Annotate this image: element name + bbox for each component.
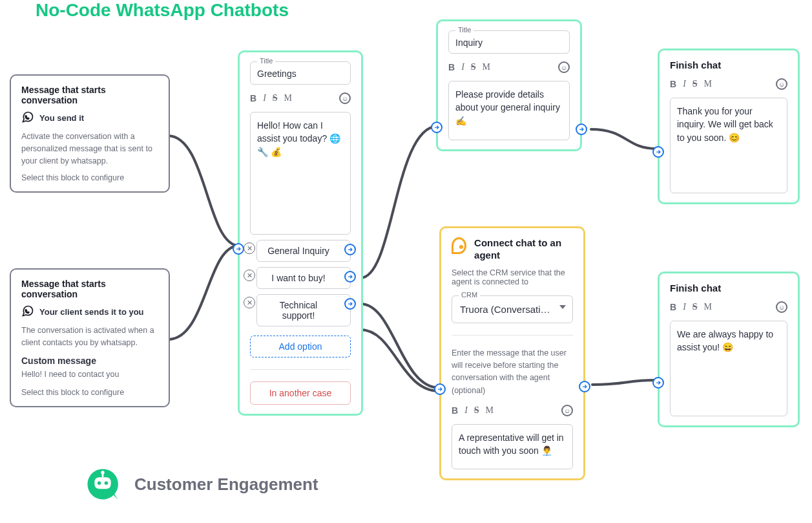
italic-button[interactable]: I (461, 62, 464, 72)
card-description: Activate the conversation with a persona… (21, 131, 158, 167)
delete-option-button[interactable]: ✕ (244, 242, 255, 254)
input-port[interactable] (431, 122, 442, 133)
bot-icon (84, 465, 121, 503)
option-input[interactable]: Technical support! (256, 294, 351, 326)
emoji-button[interactable]: ☺ (776, 78, 787, 90)
emoji-button[interactable]: ☺ (558, 61, 570, 73)
strike-button[interactable]: S (692, 302, 698, 312)
agent-description: Select the CRM service that the agent is… (452, 268, 573, 286)
format-toolbar: B I S M ☺ (670, 78, 787, 90)
svg-point-4 (101, 471, 104, 474)
finish-card[interactable]: Finish chat B I S M ☺ Thank you for your… (658, 48, 800, 204)
mono-button[interactable]: M (486, 405, 494, 416)
start-client-card[interactable]: Message that starts conversation Your cl… (10, 268, 170, 407)
footer-brand: Customer Engagement (84, 465, 318, 503)
strike-button[interactable]: S (471, 62, 476, 72)
card-description: The conversation is activated when a cli… (21, 325, 158, 349)
italic-button[interactable]: I (464, 405, 468, 416)
mono-button[interactable]: M (483, 62, 490, 72)
page-title: No-Code WhatsApp Chatbots (36, 0, 289, 21)
chevron-down-icon (559, 305, 566, 309)
body-textarea[interactable]: Please provide details about your genera… (448, 81, 570, 140)
divider (452, 335, 573, 336)
whatsapp-icon (21, 111, 34, 125)
add-option-button[interactable]: Add option (250, 336, 351, 358)
crm-select[interactable]: CRM Truora (Conversati… (452, 295, 573, 323)
title-value: Greetings (257, 69, 297, 79)
strike-button[interactable]: S (692, 79, 698, 89)
whatsapp-icon (21, 304, 34, 319)
card-subtitle: Your client sends it to you (39, 307, 144, 317)
option-row: ✕ Technical support! (250, 294, 351, 326)
bold-button[interactable]: B (448, 62, 455, 72)
card-heading: Finish chat (670, 59, 787, 70)
mono-button[interactable]: M (704, 302, 712, 312)
field-label: Title (455, 26, 474, 34)
mono-button[interactable]: M (284, 93, 292, 103)
delete-option-button[interactable]: ✕ (244, 270, 255, 281)
input-port[interactable] (233, 243, 244, 255)
emoji-button[interactable]: ☺ (561, 405, 573, 416)
svg-point-1 (98, 481, 101, 484)
input-port[interactable] (434, 383, 446, 395)
card-heading: Finish chat (670, 283, 787, 294)
delete-option-button[interactable]: ✕ (244, 297, 255, 308)
finish-card[interactable]: Finish chat B I S M ☺ We are always happ… (658, 272, 800, 427)
card-hint: Select this block to configure (21, 388, 158, 397)
title-input[interactable]: Title Greetings (250, 61, 351, 85)
bold-button[interactable]: B (670, 302, 676, 312)
bold-button[interactable]: B (670, 79, 676, 89)
card-hint: Select this block to configure (21, 173, 158, 182)
input-port[interactable] (652, 146, 664, 158)
option-input[interactable]: General Inquiry (256, 240, 351, 262)
custom-message-label: Custom message (21, 356, 158, 366)
strike-button[interactable]: S (273, 93, 278, 103)
output-port[interactable] (579, 381, 590, 392)
format-toolbar: B I S M ☺ (670, 301, 787, 313)
card-subtitle: You send it (39, 113, 84, 123)
alt-case-button[interactable]: In another case (250, 381, 351, 405)
option-row: ✕ General Inquiry (250, 240, 351, 262)
agent-card[interactable]: Connect chat to an agent Select the CRM … (439, 226, 585, 480)
option-input[interactable]: I want to buy! (256, 267, 351, 289)
output-port[interactable] (576, 123, 587, 135)
output-port[interactable] (344, 271, 356, 283)
body-textarea[interactable]: We are always happy to assist you! 😄 (670, 321, 787, 416)
card-heading: Connect chat to an agent (474, 237, 573, 262)
crm-value: Truora (Conversati… (460, 304, 550, 315)
format-toolbar: B I S M ☺ (452, 405, 573, 416)
italic-button[interactable]: I (263, 93, 266, 103)
output-port[interactable] (344, 244, 356, 255)
greetings-card[interactable]: Title Greetings B I S M ☺ Hello! How can… (238, 50, 363, 416)
agent-msg-hint: Enter the message that the user will rec… (452, 347, 573, 398)
emoji-button[interactable]: ☺ (339, 92, 351, 104)
start-you-card[interactable]: Message that starts conversation You sen… (10, 74, 170, 193)
format-toolbar: B I S M ☺ (448, 61, 570, 73)
brand-text: Customer Engagement (134, 475, 318, 495)
bold-button[interactable]: B (250, 93, 256, 103)
strike-button[interactable]: S (474, 405, 479, 416)
format-toolbar: B I S M ☺ (250, 92, 351, 104)
card-heading: Message that starts conversation (21, 85, 158, 105)
custom-message-value: Hello! I need to contact you (21, 370, 158, 379)
bold-button[interactable]: B (452, 405, 458, 416)
body-textarea[interactable]: Thank you for your inquiry. We will get … (670, 98, 787, 193)
title-input[interactable]: Title Inquiry (448, 30, 570, 54)
svg-rect-0 (94, 477, 110, 489)
output-port[interactable] (344, 298, 356, 310)
headset-icon (452, 237, 466, 254)
option-row: ✕ I want to buy! (250, 267, 351, 289)
inquiry-card[interactable]: Title Inquiry B I S M ☺ Please provide d… (436, 19, 582, 151)
field-label: Title (257, 57, 275, 65)
body-textarea[interactable]: A representative will get in touch with … (452, 424, 573, 469)
svg-point-2 (105, 481, 108, 484)
card-heading: Message that starts conversation (21, 279, 158, 299)
italic-button[interactable]: I (683, 79, 686, 89)
emoji-button[interactable]: ☺ (776, 301, 787, 313)
mono-button[interactable]: M (704, 79, 712, 89)
title-value: Inquiry (455, 37, 483, 48)
italic-button[interactable]: I (683, 302, 686, 312)
divider (250, 369, 351, 370)
input-port[interactable] (652, 377, 664, 389)
body-textarea[interactable]: Hello! How can I assist you today? 🌐 🔧 💰 (250, 112, 351, 235)
